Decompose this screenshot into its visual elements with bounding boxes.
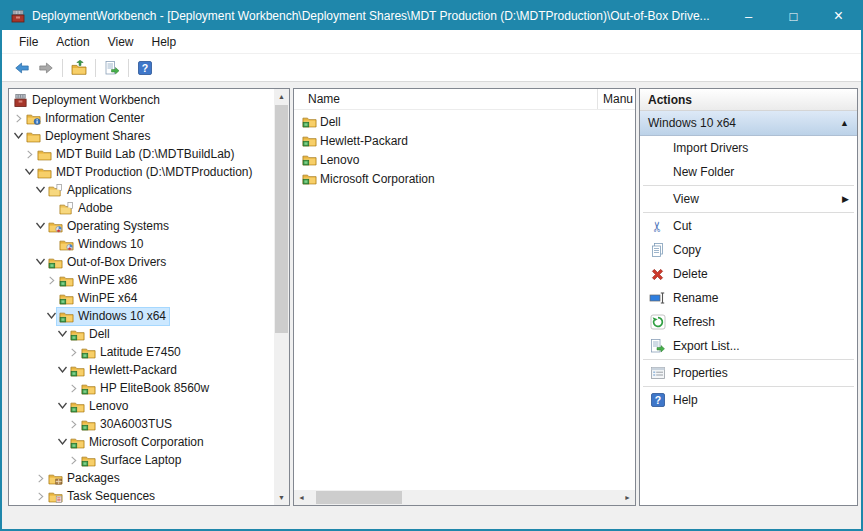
chevron-down-icon[interactable] bbox=[56, 435, 68, 449]
tree-item-information-center[interactable]: Information Center bbox=[9, 109, 274, 127]
action-cut[interactable]: ✂Cut bbox=[640, 214, 857, 238]
tree-item-dell[interactable]: Dell bbox=[9, 325, 274, 343]
help-button[interactable]: ? bbox=[133, 56, 157, 80]
tree-item-winpe-x64[interactable]: WinPE x64 bbox=[9, 289, 274, 307]
action-delete[interactable]: Delete bbox=[640, 262, 857, 286]
tree-item-content[interactable]: Applications bbox=[46, 182, 135, 199]
chevron-right-icon[interactable] bbox=[67, 453, 79, 467]
tree-item-deployment-workbench[interactable]: Deployment Workbench bbox=[9, 91, 274, 109]
tree-item-content[interactable]: Adobe bbox=[57, 200, 116, 217]
tree-item-windows-10[interactable]: Windows 10 bbox=[9, 235, 274, 253]
scroll-down-icon[interactable]: ▼ bbox=[274, 490, 289, 505]
tree-vertical-scrollbar[interactable]: ▲ ▼ bbox=[274, 89, 289, 505]
tree-item-microsoft-corporation[interactable]: Microsoft Corporation bbox=[9, 433, 274, 451]
menu-action[interactable]: Action bbox=[47, 32, 98, 52]
menu-file[interactable]: File bbox=[10, 32, 47, 52]
tree-item-applications[interactable]: Applications bbox=[9, 181, 274, 199]
chevron-down-icon[interactable] bbox=[23, 165, 35, 179]
chevron-right-icon[interactable] bbox=[12, 111, 24, 125]
chevron-right-icon[interactable] bbox=[67, 417, 79, 431]
up-one-level-button[interactable] bbox=[67, 56, 91, 80]
chevron-down-icon[interactable] bbox=[45, 309, 57, 323]
maximize-button[interactable]: □ bbox=[771, 2, 816, 30]
tree-item-operating-systems[interactable]: Operating Systems bbox=[9, 217, 274, 235]
action-refresh[interactable]: Refresh bbox=[640, 310, 857, 334]
chevron-down-icon[interactable] bbox=[56, 327, 68, 341]
column-header-manufacturer[interactable]: Manu bbox=[598, 89, 635, 109]
tree-item-content[interactable]: Hewlett-Packard bbox=[68, 362, 180, 379]
tree-item-content[interactable]: Surface Laptop bbox=[79, 452, 184, 469]
close-button[interactable]: × bbox=[816, 2, 861, 30]
tree-item-content[interactable]: Operating Systems bbox=[46, 218, 172, 235]
tree-item-lenovo[interactable]: Lenovo bbox=[9, 397, 274, 415]
tree-item-30a6003tus[interactable]: 30A6003TUS bbox=[9, 415, 274, 433]
list-item-dell[interactable]: Dell bbox=[294, 112, 635, 131]
action-copy[interactable]: Copy bbox=[640, 238, 857, 262]
tree-item-content[interactable]: Microsoft Corporation bbox=[68, 434, 207, 451]
tree-item-adobe[interactable]: Adobe bbox=[9, 199, 274, 217]
tree-item-hp-elitebook-8560w[interactable]: HP EliteBook 8560w bbox=[9, 379, 274, 397]
minimize-button[interactable]: – bbox=[726, 2, 771, 30]
column-header-name[interactable]: Name bbox=[294, 89, 598, 109]
tree-item-surface-laptop[interactable]: Surface Laptop bbox=[9, 451, 274, 469]
tree-item-content[interactable]: Deployment Shares bbox=[24, 128, 153, 145]
tree-item-content[interactable]: Windows 10 bbox=[57, 236, 146, 253]
list-item-lenovo[interactable]: Lenovo bbox=[294, 150, 635, 169]
selected-tree-item[interactable]: Windows 10 x64 bbox=[57, 308, 169, 325]
action-properties[interactable]: Properties bbox=[640, 361, 857, 385]
back-button[interactable] bbox=[10, 56, 34, 80]
tree-item-windows-10-x64[interactable]: Windows 10 x64 bbox=[9, 307, 274, 325]
menu-view[interactable]: View bbox=[99, 32, 143, 52]
tree-item-out-of-box-drivers[interactable]: Out-of-Box Drivers bbox=[9, 253, 274, 271]
forward-button[interactable] bbox=[34, 56, 58, 80]
tree-item-winpe-x86[interactable]: WinPE x86 bbox=[9, 271, 274, 289]
tree-item-mdt-production-d-mdtproduction[interactable]: MDT Production (D:\MDTProduction) bbox=[9, 163, 274, 181]
tree-item-content[interactable]: Out-of-Box Drivers bbox=[46, 254, 169, 271]
action-rename[interactable]: Rename bbox=[640, 286, 857, 310]
chevron-right-icon[interactable] bbox=[67, 381, 79, 395]
tree-item-hewlett-packard[interactable]: Hewlett-Packard bbox=[9, 361, 274, 379]
tree-scrollbar-thumb[interactable] bbox=[275, 105, 288, 333]
actions-section-header[interactable]: Windows 10 x64 ▲ bbox=[640, 111, 857, 136]
tree-item-content[interactable]: Dell bbox=[68, 326, 113, 343]
scroll-up-icon[interactable]: ▲ bbox=[274, 89, 289, 104]
action-export-list[interactable]: Export List... bbox=[640, 334, 857, 358]
tree-item-content[interactable]: MDT Build Lab (D:\MDTBuildLab) bbox=[35, 146, 238, 163]
scroll-left-icon[interactable]: ◄ bbox=[294, 490, 309, 505]
chevron-down-icon[interactable] bbox=[34, 255, 46, 269]
action-help[interactable]: ?Help bbox=[640, 388, 857, 412]
list-horizontal-scrollbar[interactable]: ◄ ► bbox=[294, 490, 635, 505]
chevron-down-icon[interactable] bbox=[12, 129, 24, 143]
tree-item-task-sequences[interactable]: Task Sequences bbox=[9, 487, 274, 505]
tree-item-content[interactable]: Information Center bbox=[24, 110, 147, 127]
chevron-right-icon[interactable] bbox=[67, 345, 79, 359]
menu-help[interactable]: Help bbox=[143, 32, 186, 52]
list-item-hewlett-packard[interactable]: Hewlett-Packard bbox=[294, 131, 635, 150]
tree-item-deployment-shares[interactable]: Deployment Shares bbox=[9, 127, 274, 145]
action-view[interactable]: View▶ bbox=[640, 187, 857, 211]
tree-item-content[interactable]: Task Sequences bbox=[46, 488, 158, 505]
list-item-microsoft-corporation[interactable]: Microsoft Corporation bbox=[294, 169, 635, 188]
tree-item-content[interactable]: Latitude E7450 bbox=[79, 344, 184, 361]
tree-item-content[interactable]: MDT Production (D:\MDTProduction) bbox=[35, 164, 256, 181]
tree-item-content[interactable]: WinPE x64 bbox=[57, 290, 140, 307]
tree-item-content[interactable]: Lenovo bbox=[68, 398, 131, 415]
chevron-down-icon[interactable] bbox=[34, 183, 46, 197]
tree-item-latitude-e7450[interactable]: Latitude E7450 bbox=[9, 343, 274, 361]
action-new-folder[interactable]: New Folder bbox=[640, 160, 857, 184]
collapse-section-icon[interactable]: ▲ bbox=[840, 118, 849, 128]
action-import-drivers[interactable]: Import Drivers bbox=[640, 136, 857, 160]
export-list-button[interactable] bbox=[100, 56, 124, 80]
scroll-right-icon[interactable]: ► bbox=[620, 490, 635, 505]
chevron-right-icon[interactable] bbox=[34, 471, 46, 485]
chevron-right-icon[interactable] bbox=[34, 489, 46, 503]
tree-item-packages[interactable]: Packages bbox=[9, 469, 274, 487]
tree-item-mdt-build-lab-d-mdtbuildlab[interactable]: MDT Build Lab (D:\MDTBuildLab) bbox=[9, 145, 274, 163]
chevron-right-icon[interactable] bbox=[23, 147, 35, 161]
tree-item-content[interactable]: WinPE x86 bbox=[57, 272, 140, 289]
chevron-down-icon[interactable] bbox=[34, 219, 46, 233]
tree-item-content[interactable]: 30A6003TUS bbox=[79, 416, 175, 433]
chevron-down-icon[interactable] bbox=[56, 399, 68, 413]
list-scrollbar-thumb[interactable] bbox=[316, 491, 402, 504]
chevron-down-icon[interactable] bbox=[56, 363, 68, 377]
